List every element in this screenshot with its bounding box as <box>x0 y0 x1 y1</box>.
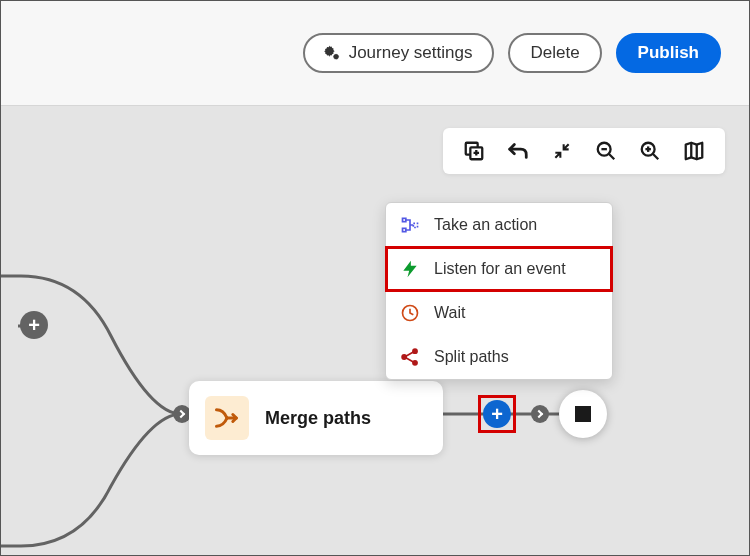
menu-item-split-paths[interactable]: Split paths <box>386 335 612 379</box>
zoom-in-icon[interactable] <box>639 140 661 162</box>
duplicate-icon[interactable] <box>463 140 485 162</box>
stop-icon <box>575 406 591 422</box>
node-merge-paths[interactable]: Merge paths <box>189 381 443 455</box>
svg-rect-2 <box>403 218 406 221</box>
merge-paths-icon <box>205 396 249 440</box>
add-node-plus-button[interactable]: + <box>20 311 48 339</box>
canvas-toolbar <box>443 128 725 174</box>
menu-item-listen-event[interactable]: Listen for an event <box>386 247 612 291</box>
add-step-button[interactable]: + <box>483 400 511 428</box>
menu-item-label: Take an action <box>434 216 537 234</box>
menu-item-take-action[interactable]: Take an action <box>386 203 612 247</box>
menu-item-wait[interactable]: Wait <box>386 291 612 335</box>
event-icon <box>400 259 420 279</box>
split-icon <box>400 347 420 367</box>
header-bar: Journey settings Delete Publish <box>1 1 749 106</box>
collapse-icon[interactable] <box>551 140 573 162</box>
delete-label: Delete <box>530 43 579 63</box>
publish-button[interactable]: Publish <box>616 33 721 73</box>
node-title: Merge paths <box>265 408 371 429</box>
publish-label: Publish <box>638 43 699 63</box>
svg-line-12 <box>609 154 615 160</box>
add-step-menu: Take an action Listen for an event Wait … <box>385 202 613 380</box>
menu-item-label: Wait <box>434 304 465 322</box>
menu-item-label: Listen for an event <box>434 260 566 278</box>
undo-icon[interactable] <box>507 140 529 162</box>
journey-settings-label: Journey settings <box>349 43 473 63</box>
action-icon <box>400 215 420 235</box>
wait-icon <box>400 303 420 323</box>
svg-rect-4 <box>413 223 417 227</box>
end-input-chevron <box>531 405 549 423</box>
gears-icon <box>321 43 341 63</box>
svg-line-15 <box>653 154 659 160</box>
end-node[interactable] <box>559 390 607 438</box>
zoom-out-icon[interactable] <box>595 140 617 162</box>
menu-item-label: Split paths <box>434 348 509 366</box>
journey-settings-button[interactable]: Journey settings <box>303 33 495 73</box>
journey-canvas[interactable]: + Merge paths + Take an action <box>1 106 749 555</box>
delete-button[interactable]: Delete <box>508 33 601 73</box>
svg-rect-3 <box>403 228 406 231</box>
minimap-icon[interactable] <box>683 140 705 162</box>
